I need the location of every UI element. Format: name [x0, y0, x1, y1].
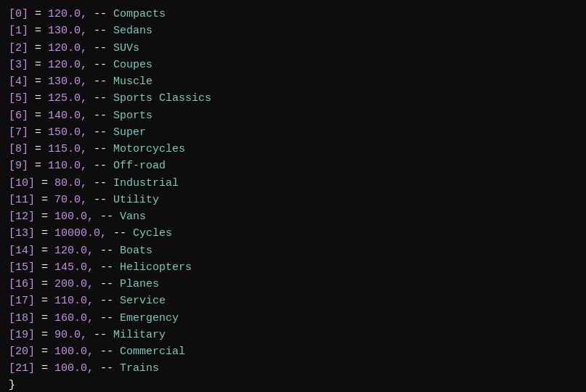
equals-sign: =: [28, 6, 48, 23]
table-row: [2] = 120.0, -- SUVs: [9, 40, 577, 57]
category-label: Boats: [120, 242, 152, 259]
table-row: [0] = 120.0, -- Compacts: [9, 6, 577, 23]
value-number: 120.0,: [48, 57, 87, 73]
index-label: [9]: [9, 158, 28, 174]
equals-sign: =: [35, 293, 54, 309]
equals-sign: =: [35, 242, 54, 259]
index-label: [8]: [9, 141, 28, 158]
comment-dash: --: [94, 276, 120, 293]
value-number: 145.0,: [54, 259, 94, 276]
comment-dash: --: [87, 73, 113, 90]
category-label: Cycles: [133, 225, 172, 242]
comment-dash: --: [87, 23, 113, 39]
comment-dash: --: [94, 242, 120, 259]
comment-dash: --: [87, 327, 113, 343]
value-number: 130.0,: [48, 73, 87, 90]
value-number: 110.0,: [48, 158, 87, 174]
category-label: SUVs: [113, 40, 139, 57]
equals-sign: =: [35, 310, 54, 327]
table-row: [14] = 120.0, -- Boats: [9, 242, 577, 259]
index-label: [3]: [9, 57, 28, 73]
equals-sign: =: [35, 225, 54, 242]
index-label: [17]: [9, 293, 35, 309]
value-number: 100.0,: [54, 208, 94, 225]
comment-dash: --: [87, 124, 113, 141]
table-row: [15] = 145.0, -- Helicopters: [9, 259, 577, 276]
index-label: [16]: [9, 276, 35, 293]
category-label: Motorcycles: [113, 141, 185, 158]
code-block: [0] = 120.0, -- Compacts[1] = 130.0, -- …: [9, 6, 577, 377]
comment-dash: --: [94, 343, 120, 360]
index-label: [10]: [9, 175, 35, 192]
category-label: Industrial: [113, 175, 179, 192]
category-label: Trains: [120, 360, 159, 377]
comment-dash: --: [94, 360, 120, 377]
comment-dash: --: [94, 310, 120, 327]
table-row: [1] = 130.0, -- Sedans: [9, 23, 577, 39]
equals-sign: =: [35, 208, 54, 225]
comment-dash: --: [87, 57, 113, 73]
table-row: [8] = 115.0, -- Motorcycles: [9, 141, 577, 158]
comment-dash: --: [87, 158, 113, 174]
equals-sign: =: [28, 73, 48, 90]
table-row: [18] = 160.0, -- Emergency: [9, 310, 577, 327]
category-label: Vans: [120, 208, 146, 225]
equals-sign: =: [35, 327, 54, 343]
value-number: 70.0,: [54, 192, 87, 208]
index-label: [12]: [9, 208, 35, 225]
comment-dash: --: [87, 175, 113, 192]
comment-dash: --: [107, 225, 133, 242]
table-row: [12] = 100.0, -- Vans: [9, 208, 577, 225]
table-row: [5] = 125.0, -- Sports Classics: [9, 90, 577, 107]
equals-sign: =: [28, 158, 48, 174]
value-number: 140.0,: [48, 107, 87, 124]
category-label: Compacts: [113, 6, 166, 23]
index-label: [18]: [9, 310, 35, 327]
value-number: 100.0,: [54, 360, 94, 377]
closing-brace: }: [9, 379, 577, 391]
equals-sign: =: [35, 276, 54, 293]
equals-sign: =: [35, 259, 54, 276]
category-label: Planes: [120, 276, 159, 293]
comment-dash: --: [87, 141, 113, 158]
index-label: [21]: [9, 360, 35, 377]
table-row: [10] = 80.0, -- Industrial: [9, 175, 577, 192]
index-label: [15]: [9, 259, 35, 276]
category-label: Coupes: [113, 57, 152, 73]
equals-sign: =: [28, 124, 48, 141]
value-number: 120.0,: [48, 6, 87, 23]
table-row: [16] = 200.0, -- Planes: [9, 276, 577, 293]
value-number: 130.0,: [48, 23, 87, 39]
comment-dash: --: [87, 90, 113, 107]
equals-sign: =: [35, 192, 54, 208]
comment-dash: --: [87, 6, 113, 23]
category-label: Off-road: [113, 158, 166, 174]
equals-sign: =: [28, 107, 48, 124]
category-label: Military: [113, 327, 166, 343]
table-row: [3] = 120.0, -- Coupes: [9, 57, 577, 73]
value-number: 160.0,: [54, 310, 94, 327]
equals-sign: =: [28, 23, 48, 39]
index-label: [7]: [9, 124, 28, 141]
table-row: [21] = 100.0, -- Trains: [9, 360, 577, 377]
table-row: [7] = 150.0, -- Super: [9, 124, 577, 141]
table-row: [13] = 10000.0, -- Cycles: [9, 225, 577, 242]
category-label: Commercial: [120, 343, 185, 360]
index-label: [19]: [9, 327, 35, 343]
comment-dash: --: [94, 293, 120, 309]
equals-sign: =: [28, 40, 48, 57]
value-number: 90.0,: [54, 327, 87, 343]
table-row: [20] = 100.0, -- Commercial: [9, 343, 577, 360]
equals-sign: =: [28, 90, 48, 107]
index-label: [20]: [9, 343, 35, 360]
value-number: 200.0,: [54, 276, 94, 293]
equals-sign: =: [28, 141, 48, 158]
value-number: 100.0,: [54, 343, 94, 360]
value-number: 120.0,: [48, 40, 87, 57]
index-label: [4]: [9, 73, 28, 90]
category-label: Muscle: [113, 73, 152, 90]
equals-sign: =: [35, 343, 54, 360]
comment-dash: --: [87, 192, 113, 208]
index-label: [11]: [9, 192, 35, 208]
index-label: [1]: [9, 23, 28, 39]
